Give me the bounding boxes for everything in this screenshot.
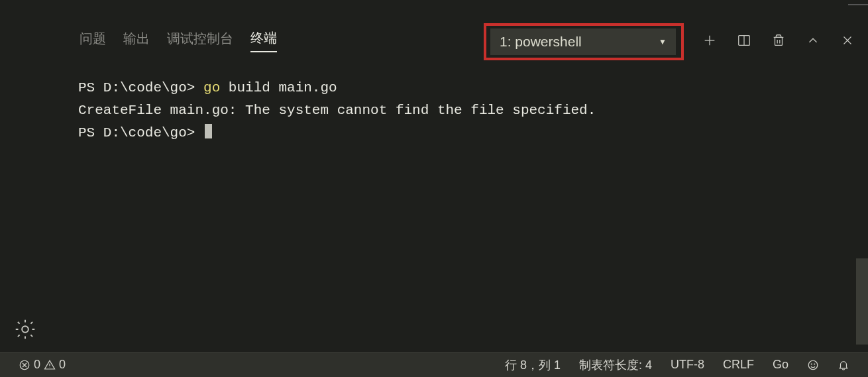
terminal-cursor xyxy=(205,124,212,138)
plus-icon xyxy=(702,33,717,50)
terminal-line: CreateFile main.go: The system cannot fi… xyxy=(78,103,596,118)
panel-header-actions: 1: powershell ▼ xyxy=(484,24,856,60)
smiley-icon xyxy=(807,359,819,371)
status-error-count: 0 xyxy=(34,358,40,372)
split-terminal-button[interactable] xyxy=(735,33,753,50)
top-divider xyxy=(848,4,868,5)
panel-tabs: 问题 输出 调试控制台 终端 xyxy=(80,29,277,52)
status-encoding[interactable]: UTF-8 xyxy=(664,358,711,372)
panel-header: 问题 输出 调试控制台 终端 1: powershell ▼ xyxy=(0,24,868,57)
tab-debug-console[interactable]: 调试控制台 xyxy=(167,30,233,52)
terminal-line: PS D:\code\go> xyxy=(78,125,212,140)
status-eol[interactable]: CRLF xyxy=(716,358,761,372)
new-terminal-button[interactable] xyxy=(701,33,718,50)
tab-terminal[interactable]: 终端 xyxy=(250,29,277,52)
status-right: 行 8，列 1 制表符长度: 4 UTF-8 CRLF Go xyxy=(498,357,856,373)
status-problems[interactable]: 0 0 xyxy=(15,358,70,372)
status-language[interactable]: Go xyxy=(766,358,795,372)
terminal-output[interactable]: PS D:\code\go> go build main.go CreateFi… xyxy=(0,57,868,352)
app-root: 问题 输出 调试控制台 终端 1: powershell ▼ xyxy=(0,0,868,377)
svg-point-15 xyxy=(808,360,818,370)
status-warning-count: 0 xyxy=(59,358,66,372)
trash-icon xyxy=(771,33,786,50)
scrollbar-thumb[interactable] xyxy=(856,258,868,345)
svg-rect-4 xyxy=(775,37,783,45)
status-bar: 0 0 行 8，列 1 制表符长度: 4 UTF-8 CRLF Go xyxy=(0,352,868,377)
close-icon xyxy=(840,33,855,50)
chevron-down-icon: ▼ xyxy=(659,37,667,46)
highlight-annotation: 1: powershell ▼ xyxy=(484,23,684,60)
terminal-selector[interactable]: 1: powershell ▼ xyxy=(490,28,676,55)
tab-output[interactable]: 输出 xyxy=(123,30,150,52)
svg-point-17 xyxy=(814,364,815,364)
error-icon xyxy=(19,359,30,371)
maximize-panel-button[interactable] xyxy=(804,33,822,50)
tab-problems[interactable]: 问题 xyxy=(80,30,106,52)
kill-terminal-button[interactable] xyxy=(770,33,787,50)
status-left: 0 0 xyxy=(15,358,70,372)
status-cursor-position[interactable]: 行 8，列 1 xyxy=(498,357,567,373)
warning-icon xyxy=(44,359,56,371)
bell-icon xyxy=(838,359,849,371)
manage-button[interactable] xyxy=(13,317,37,344)
close-panel-button[interactable] xyxy=(839,33,856,50)
gear-icon xyxy=(13,332,37,343)
svg-point-9 xyxy=(22,326,28,333)
status-tab-size[interactable]: 制表符长度: 4 xyxy=(572,357,659,373)
chevron-up-icon xyxy=(806,33,820,50)
terminal-selector-label: 1: powershell xyxy=(500,34,582,50)
split-icon xyxy=(737,33,751,50)
svg-point-16 xyxy=(811,364,812,364)
status-feedback[interactable] xyxy=(800,359,826,371)
status-notifications[interactable] xyxy=(831,359,856,371)
terminal-line: PS D:\code\go> go build main.go xyxy=(78,80,337,95)
